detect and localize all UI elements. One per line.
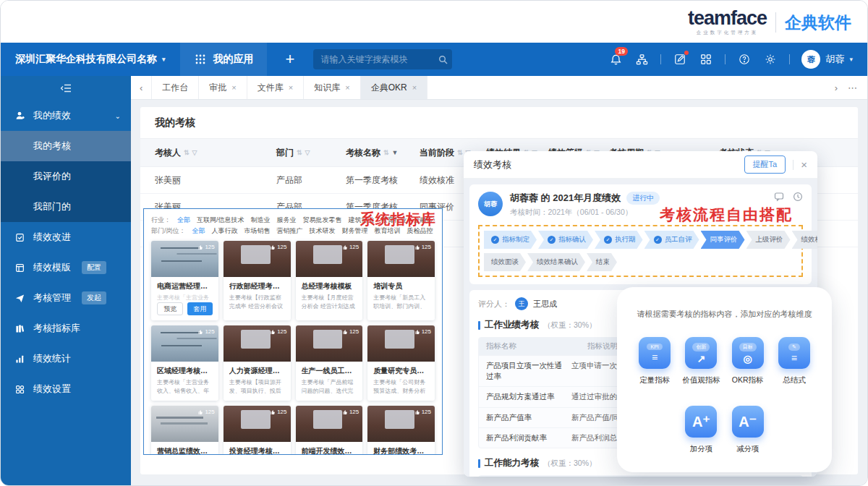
process-step[interactable]: 结束 (587, 253, 617, 271)
likes-badge[interactable]: 125 (414, 328, 431, 335)
close-icon[interactable]: × (801, 158, 807, 171)
settings-gear-icon[interactable] (763, 52, 778, 67)
filter-option[interactable]: 营销推广 (277, 226, 303, 236)
user-menu[interactable]: 蓉 胡蓉 ▾ (801, 50, 853, 69)
sidebar-item-performance-improve[interactable]: 绩效改进 (1, 222, 131, 252)
notifications-button[interactable]: 19 (608, 52, 623, 67)
tab-close-icon[interactable]: × (345, 83, 349, 92)
tab-scroll-right[interactable]: › (835, 82, 838, 93)
compose-button[interactable] (673, 52, 687, 67)
process-step[interactable]: 员工自评 (644, 231, 699, 249)
tab-close-icon[interactable]: × (412, 83, 417, 92)
sidebar-subitem-my-reviews[interactable]: 我的考核 (1, 131, 131, 161)
workspace-tab[interactable]: 审批 × (199, 76, 247, 99)
tab-close-icon[interactable]: × (289, 83, 293, 92)
filter-option[interactable]: 服务业 (277, 216, 297, 225)
filter-option[interactable]: 全部 (177, 216, 190, 225)
filter-option[interactable]: 全部 (192, 226, 205, 236)
help-button[interactable] (737, 52, 752, 67)
template-card[interactable]: 125 行政部经理考核模板 主要考核【行政监察完成率 经营分析会议组织 岗位职责… (224, 241, 291, 320)
sidebar-item-performance-templates[interactable]: 绩效模版 配置 (1, 252, 131, 283)
workspace-tab[interactable]: 工作台 × (152, 76, 199, 99)
template-card[interactable]: 125 培训专员 主要考核「新员工入职培训、部门内训、培训课件开发」等维度 预览… (367, 241, 435, 320)
template-card[interactable]: 125 总经理考核模板 主要考核【月度经营分析会 经营计划达成率 人效达成率 组… (296, 241, 363, 320)
filter-funnel-icon[interactable]: ▽ (305, 149, 310, 156)
sidebar-subitem-i-evaluate[interactable]: 我评价的 (1, 161, 131, 192)
sort-icon[interactable]: ⇅ (383, 149, 389, 156)
workbench-grid-button[interactable] (699, 52, 713, 67)
sort-icon[interactable]: ⇅ (297, 149, 302, 156)
history-clock-icon[interactable] (793, 192, 803, 218)
filter-option[interactable]: 制造业 (251, 216, 271, 225)
process-step[interactable]: 上级评价 (746, 231, 791, 249)
preview-button[interactable]: 预览 (157, 302, 183, 315)
column-header[interactable]: 考核人 ⇅ ▽ (155, 147, 276, 159)
apply-button[interactable]: 套用 (187, 302, 212, 315)
likes-badge[interactable]: 125 (342, 328, 359, 335)
column-header[interactable]: 考核名称 ⇅ ▼ (346, 147, 420, 159)
process-step[interactable]: 绩效校准 (792, 231, 818, 249)
sort-icon[interactable]: ⇅ (457, 149, 463, 156)
dimension-item[interactable]: KPI ≡ 定量指标 (631, 337, 678, 385)
company-switcher[interactable]: 深圳汇聚华企科技有限公司名称 ▾ (1, 43, 180, 76)
column-header[interactable]: 部门 ⇅ ▽ (276, 147, 346, 159)
filter-option[interactable]: 技术研发 (310, 226, 336, 236)
template-card[interactable]: 125 财务部绩效考核模版 主要考核「公司财务预算达成、财务分析准确度、现金收支… (367, 406, 435, 455)
filter-option[interactable]: 贸易批发零售 (303, 216, 342, 225)
likes-badge[interactable]: 125 (342, 244, 359, 250)
template-card[interactable]: 125 投资经理考核模版 主要考核【项目源开发、项目执行、投后及退出管理】等维度… (224, 406, 291, 455)
filter-funnel-icon[interactable]: ▽ (192, 149, 197, 156)
template-card[interactable]: 125 营销总监绩效考核模板 主要考核「主营业务收入、销售收入、年度企业发展战略… (151, 406, 218, 455)
template-card[interactable]: 125 人力资源经理考核模板 主要考核【项目源开发、项目执行、投后及退出管理】等… (224, 325, 291, 401)
tab-scroll-left[interactable]: ‹ (131, 76, 152, 99)
sidebar-item-review-management[interactable]: 考核管理 发起 (1, 283, 131, 313)
process-step[interactable]: 指标制定 (484, 231, 537, 249)
remind-ta-button[interactable]: 提醒Ta (744, 155, 786, 174)
sidebar-item-my-performance[interactable]: 我的绩效 ⌄ (1, 101, 131, 131)
likes-badge[interactable]: 125 (414, 409, 431, 415)
dimension-item[interactable]: 目标 ◎ OKR指标 (725, 337, 771, 385)
likes-badge[interactable]: 125 (270, 409, 286, 415)
filter-option[interactable]: 互联网/信息技术 (197, 216, 244, 225)
likes-badge[interactable]: 125 (342, 409, 359, 415)
sidebar-subitem-my-department[interactable]: 我部门的 (1, 192, 131, 222)
dimension-item[interactable]: A⁻ 减分项 (725, 406, 771, 454)
likes-badge[interactable]: 125 (197, 244, 214, 250)
search-input[interactable] (320, 54, 433, 64)
process-step[interactable]: 同事评价 (701, 231, 745, 249)
dimension-item[interactable]: 创新 ↗ 价值观指标 (678, 337, 724, 385)
template-card[interactable]: 125 前端开发绩效考核模版 主要考核「产品前端问题的问题、迭代完善、前端架构、… (296, 406, 363, 455)
org-chart-button[interactable] (634, 52, 649, 67)
workspace-tab[interactable]: 企典OKR × (361, 76, 427, 99)
template-card[interactable]: 125 生产一线员工考核模板 主要考核「产品前端问题的问题、迭代完善、前端架构、… (296, 325, 363, 401)
sidebar-collapse-button[interactable] (1, 76, 131, 101)
process-step[interactable]: 绩效面谈 (484, 253, 526, 271)
likes-badge[interactable]: 125 (414, 244, 431, 250)
filter-option[interactable]: 人事行政 (212, 226, 238, 236)
add-app-button[interactable]: + (286, 50, 295, 69)
filter-funnel-icon[interactable]: ▼ (392, 149, 399, 156)
tab-more-menu[interactable]: ⋯ (848, 82, 857, 93)
workspace-tab[interactable]: 文件库 × (247, 76, 304, 99)
sort-icon[interactable]: ⇅ (184, 149, 190, 156)
module-search[interactable] (313, 49, 452, 69)
template-card[interactable]: 125 电商运营经理考核模版 主要考核「主营业务收入、销售收 预览 套用 (151, 241, 218, 320)
template-card[interactable]: 125 区域经理考核模版 主要考核「主营业务收入、销售收入、年度企业发展战略目标… (151, 325, 218, 401)
my-apps-button[interactable]: 我的应用 (180, 43, 267, 76)
template-card[interactable]: 125 质量研究专员考核模板 主要考核「公司财务预算达成、财务分析准确度、现金收… (367, 325, 435, 401)
likes-badge[interactable]: 125 (197, 409, 214, 415)
sidebar-item-performance-settings[interactable]: 绩效设置 (1, 374, 131, 404)
likes-badge[interactable]: 125 (197, 328, 214, 335)
dimension-item[interactable]: A⁺ 加分项 (678, 406, 724, 454)
likes-badge[interactable]: 125 (270, 244, 286, 250)
sidebar-item-indicator-library[interactable]: 考核指标库 (1, 313, 131, 344)
sidebar-item-performance-stats[interactable]: 绩效统计 (1, 344, 131, 374)
process-step[interactable]: 执行期 (595, 231, 643, 249)
process-step[interactable]: 指标确认 (538, 231, 593, 249)
likes-badge[interactable]: 125 (270, 328, 286, 335)
dimension-item[interactable]: ✎ ≡ 总结式 (771, 337, 817, 385)
process-step[interactable]: 绩效结果确认 (527, 253, 585, 271)
workspace-tab[interactable]: 知识库 × (304, 76, 360, 99)
filter-option[interactable]: 市场销售 (244, 226, 271, 236)
tab-close-icon[interactable]: × (231, 83, 236, 92)
